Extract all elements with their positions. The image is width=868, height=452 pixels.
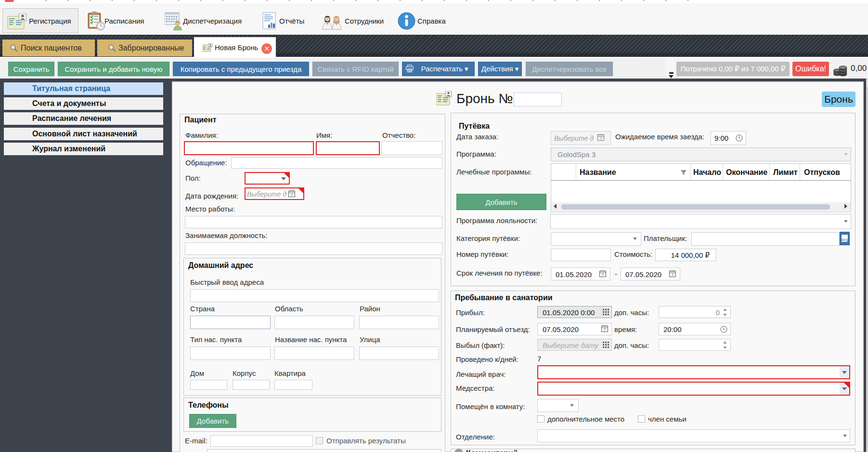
svg-text:7: 7	[672, 273, 674, 277]
svg-text:7: 7	[600, 136, 602, 141]
svg-text:7: 7	[291, 193, 293, 197]
svg-text:7: 7	[602, 273, 604, 277]
svg-text:7: 7	[604, 328, 606, 332]
